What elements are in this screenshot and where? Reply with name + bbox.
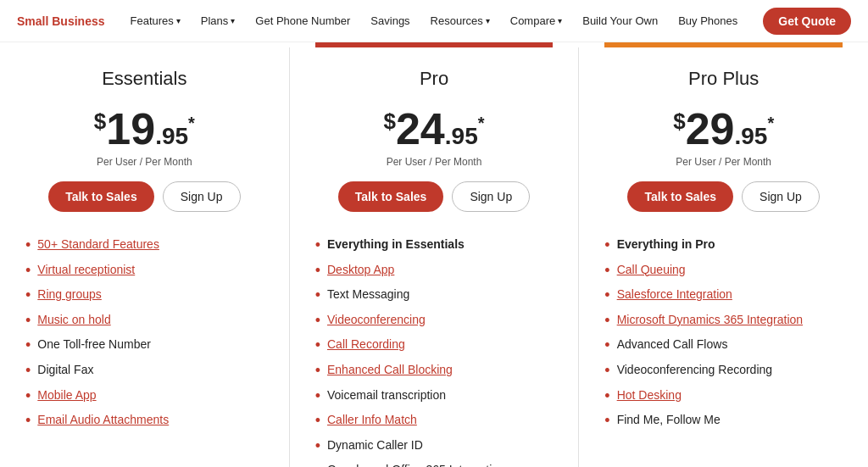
bullet-icon: • xyxy=(604,313,609,328)
feature-text[interactable]: Call Recording xyxy=(327,336,405,353)
feature-text[interactable]: Enhanced Call Blocking xyxy=(327,362,453,379)
feature-text[interactable]: Ring groups xyxy=(37,286,102,303)
list-item: •Ring groups xyxy=(25,282,264,308)
bullet-icon: • xyxy=(604,237,609,253)
plan-per-user-proplus: Per User / Per Month xyxy=(604,154,843,181)
feature-list-proplus: •Everything in Pro•Call Queuing•Salesfor… xyxy=(604,232,843,433)
plan-col-pro: Pro$24.95*Per User / Per MonthTalk to Sa… xyxy=(290,42,579,467)
list-item: •Videoconferencing Recording xyxy=(604,358,843,383)
bullet-icon: • xyxy=(604,337,609,353)
plan-per-user-essentials: Per User / Per Month xyxy=(25,154,264,181)
feature-text[interactable]: Call Queuing xyxy=(617,262,686,279)
feature-text[interactable]: Virtual receptionist xyxy=(37,262,135,279)
list-item: •Dynamic Caller ID xyxy=(315,433,554,459)
chevron-down-icon: ▾ xyxy=(486,16,490,25)
get-quote-button[interactable]: Get Quote xyxy=(763,8,851,35)
feature-text[interactable]: Music on hold xyxy=(37,312,110,329)
nav-items: Features▾Plans▾Get Phone NumberSavingsRe… xyxy=(122,9,757,32)
list-item: •One Toll-free Number xyxy=(25,332,264,358)
list-item: •Call Queuing xyxy=(604,258,843,283)
list-item: •Enhanced Call Blocking xyxy=(315,358,554,383)
nav-item-resources[interactable]: Resources▾ xyxy=(422,9,498,32)
price-asterisk: * xyxy=(478,114,485,132)
list-item: •Mobile App xyxy=(25,383,264,409)
list-item: •Digital Fax xyxy=(25,358,264,383)
talk-to-sales-button-proplus[interactable]: Talk to Sales xyxy=(627,181,733,212)
feature-text: Google and Office 365 Integrations xyxy=(327,462,511,467)
feature-text: Voicemail transcription xyxy=(327,387,446,404)
nav-item-get-phone-number[interactable]: Get Phone Number xyxy=(247,9,359,32)
price-asterisk: * xyxy=(767,114,774,132)
price-cents: .95 xyxy=(155,123,188,149)
plan-title-essentials: Essentials xyxy=(25,47,264,98)
feature-text: Advanced Call Flows xyxy=(617,336,728,353)
feature-text[interactable]: Email Audio Attachments xyxy=(37,412,169,429)
nav-item-label: Features xyxy=(131,14,174,27)
list-item: •Videoconferencing xyxy=(315,308,554,333)
sign-up-button-pro[interactable]: Sign Up xyxy=(452,181,530,212)
nav-item-plans[interactable]: Plans▾ xyxy=(192,9,244,32)
list-item: •Virtual receptionist xyxy=(25,258,264,283)
bullet-icon: • xyxy=(25,413,31,428)
price-cents: .95 xyxy=(445,123,478,149)
bullet-icon: • xyxy=(315,287,320,303)
sign-up-button-proplus[interactable]: Sign Up xyxy=(742,181,820,212)
feature-text[interactable]: 50+ Standard Features xyxy=(37,236,159,253)
nav-item-buy-phones[interactable]: Buy Phones xyxy=(670,9,746,32)
plan-buttons-essentials: Talk to SalesSign Up xyxy=(25,181,264,212)
nav-item-compare[interactable]: Compare▾ xyxy=(502,9,570,32)
feature-list-pro: •Everything in Essentials•Desktop App•Te… xyxy=(315,232,554,467)
list-item: •Find Me, Follow Me xyxy=(604,408,843,433)
plan-per-user-pro: Per User / Per Month xyxy=(315,154,554,181)
bullet-icon: • xyxy=(604,388,609,403)
list-item: •Google and Office 365 Integrations xyxy=(315,458,554,467)
feature-text[interactable]: Mobile App xyxy=(37,387,96,404)
bullet-icon: • xyxy=(25,388,31,403)
plan-price-row-proplus: $29.95* xyxy=(604,98,843,154)
nav-item-label: Compare xyxy=(510,14,555,27)
feature-text[interactable]: Videoconferencing xyxy=(327,312,426,329)
feature-text[interactable]: Microsoft Dynamics 365 Integration xyxy=(617,312,803,329)
nav-item-label: Get Phone Number xyxy=(255,14,350,27)
feature-text: Digital Fax xyxy=(37,362,93,379)
feature-text: One Toll-free Number xyxy=(37,336,151,353)
talk-to-sales-button-essentials[interactable]: Talk to Sales xyxy=(48,181,154,212)
list-item: •Text Messaging xyxy=(315,282,554,308)
sign-up-button-essentials[interactable]: Sign Up xyxy=(163,181,241,212)
bullet-icon: • xyxy=(25,337,31,353)
chevron-down-icon: ▾ xyxy=(176,16,181,25)
list-item: •Call Recording xyxy=(315,332,554,358)
bullet-icon: • xyxy=(315,413,320,428)
bullet-icon: • xyxy=(25,237,31,253)
feature-text[interactable]: Caller Info Match xyxy=(327,412,417,429)
feature-text[interactable]: Hot Desking xyxy=(617,387,682,404)
list-item: •Everything in Essentials xyxy=(315,232,554,258)
bullet-icon: • xyxy=(315,313,320,328)
nav-item-features[interactable]: Features▾ xyxy=(122,9,189,32)
feature-text[interactable]: Salesforce Integration xyxy=(617,286,732,303)
feature-text: Everything in Pro xyxy=(617,236,715,253)
nav-item-savings[interactable]: Savings xyxy=(362,9,418,32)
feature-text: Find Me, Follow Me xyxy=(617,412,721,429)
plan-col-proplus: Pro Plus$29.95*Per User / Per MonthTalk … xyxy=(579,42,868,467)
bullet-icon: • xyxy=(25,313,31,328)
plan-buttons-pro: Talk to SalesSign Up xyxy=(315,181,554,212)
price-asterisk: * xyxy=(188,114,195,132)
bullet-icon: • xyxy=(604,287,609,303)
list-item: •Salesforce Integration xyxy=(604,282,843,308)
nav-item-build-your-own[interactable]: Build Your Own xyxy=(574,9,666,32)
list-item: •Microsoft Dynamics 365 Integration xyxy=(604,308,843,333)
bullet-icon: • xyxy=(315,337,320,353)
bullet-icon: • xyxy=(25,263,31,278)
feature-text[interactable]: Desktop App xyxy=(327,262,394,279)
nav-item-label: Build Your Own xyxy=(582,14,658,27)
bullet-icon: • xyxy=(25,287,31,303)
list-item: •Advanced Call Flows xyxy=(604,332,843,358)
talk-to-sales-button-pro[interactable]: Talk to Sales xyxy=(338,181,444,212)
plans-wrapper: Essentials$19.95*Per User / Per MonthTal… xyxy=(0,42,868,467)
feature-text: Text Messaging xyxy=(327,286,409,303)
bullet-icon: • xyxy=(604,363,609,378)
bullet-icon: • xyxy=(604,263,609,278)
nav-brand[interactable]: Small Business xyxy=(17,14,105,28)
plan-buttons-proplus: Talk to SalesSign Up xyxy=(604,181,843,212)
